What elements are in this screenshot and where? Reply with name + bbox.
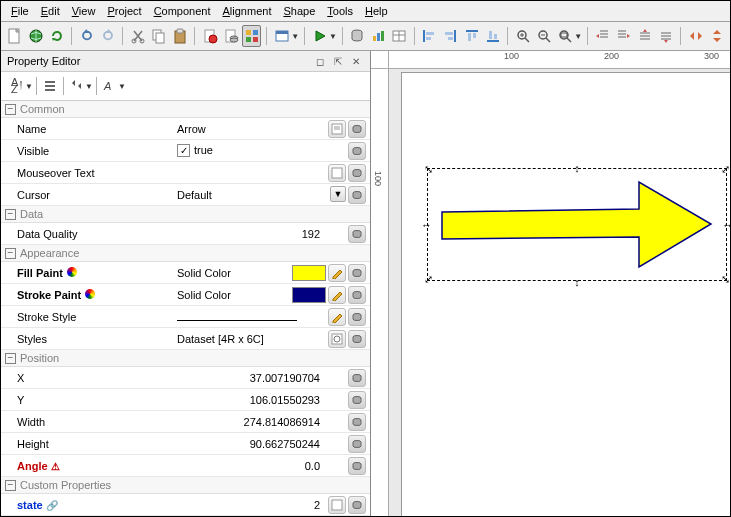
section-data[interactable]: −Data [1, 206, 370, 223]
prop-value[interactable]: 2 [177, 499, 326, 511]
zoom-in-icon[interactable] [513, 25, 532, 47]
prop-value[interactable]: 192 [177, 228, 326, 240]
menu-component[interactable]: Component [148, 3, 217, 19]
prop-value[interactable] [177, 311, 326, 323]
bind-icon[interactable] [348, 142, 366, 160]
prop-value[interactable]: Solid Color [177, 267, 292, 279]
align-left-icon[interactable] [420, 25, 439, 47]
edit-text-icon[interactable] [328, 120, 346, 138]
menu-alignment[interactable]: Alignment [217, 3, 278, 19]
menu-edit[interactable]: Edit [35, 3, 66, 19]
resize-handle-s[interactable]: ↕ [571, 275, 584, 288]
edit-icon[interactable] [328, 308, 346, 326]
prop-value[interactable]: 0.0 [177, 460, 326, 472]
page-db-icon[interactable] [221, 25, 240, 47]
cut-icon[interactable] [128, 25, 147, 47]
bind-icon[interactable] [348, 391, 366, 409]
dropdown-arrow-icon[interactable]: ▼ [329, 32, 337, 41]
sort-alpha-icon[interactable]: AZ [7, 76, 27, 96]
design-paper[interactable]: ⤡ ⤢ ⤢ ⤡ ↕ ↕ ↔ ↔ [401, 72, 730, 516]
components-icon[interactable] [242, 25, 261, 47]
db-icon[interactable] [348, 25, 367, 47]
section-position[interactable]: −Position [1, 350, 370, 367]
bind-icon[interactable] [348, 457, 366, 475]
bind-icon[interactable] [348, 286, 366, 304]
section-appearance[interactable]: −Appearance [1, 245, 370, 262]
font-icon[interactable]: A [100, 76, 120, 96]
section-common[interactable]: −Common [1, 101, 370, 118]
edit-text-icon[interactable] [328, 496, 346, 514]
play-icon[interactable] [310, 25, 329, 47]
color-swatch[interactable] [292, 287, 326, 303]
indent-decrease-icon[interactable] [593, 25, 612, 47]
bind-icon[interactable] [348, 264, 366, 282]
bind-icon[interactable] [348, 186, 366, 204]
dropdown-arrow-icon[interactable]: ▼ [574, 32, 582, 41]
bind-icon[interactable] [348, 308, 366, 326]
bind-icon[interactable] [348, 225, 366, 243]
new-icon[interactable] [5, 25, 24, 47]
bind-icon[interactable] [348, 496, 366, 514]
copy-icon[interactable] [149, 25, 168, 47]
menu-help[interactable]: Help [359, 3, 394, 19]
prop-value[interactable]: Default [177, 189, 326, 201]
chart-icon[interactable] [369, 25, 388, 47]
menu-view[interactable]: View [66, 3, 102, 19]
dropdown-arrow-icon[interactable]: ▼ [330, 186, 346, 202]
indent-increase-icon[interactable] [614, 25, 633, 47]
prop-value[interactable]: 106.01550293 [177, 394, 326, 406]
prop-value[interactable]: 90.662750244 [177, 438, 326, 450]
bind-icon[interactable] [348, 435, 366, 453]
resize-handle-nw[interactable]: ⤡ [422, 163, 435, 176]
bind-icon[interactable] [348, 120, 366, 138]
align-bottom-icon[interactable] [483, 25, 502, 47]
dropdown-arrow-icon[interactable]: ▼ [85, 82, 93, 91]
zoom-out-icon[interactable] [534, 25, 553, 47]
resize-handle-e[interactable]: ↔ [721, 218, 730, 231]
menu-shape[interactable]: Shape [277, 3, 321, 19]
table-icon[interactable] [390, 25, 409, 47]
resize-handle-ne[interactable]: ⤢ [719, 163, 730, 176]
page-stop-icon[interactable] [200, 25, 219, 47]
section-custom[interactable]: −Custom Properties [1, 477, 370, 494]
paste-icon[interactable] [170, 25, 189, 47]
edit-icon[interactable] [328, 286, 346, 304]
bind-icon[interactable] [348, 369, 366, 387]
design-canvas[interactable]: ⤡ ⤢ ⤢ ⤡ ↕ ↕ ↔ ↔ [389, 69, 730, 516]
dropdown-arrow-icon[interactable]: ▼ [291, 32, 299, 41]
resize-handle-n[interactable]: ↕ [571, 161, 584, 174]
menu-file[interactable]: File [5, 3, 35, 19]
checkbox-icon[interactable]: ✓ [177, 144, 190, 157]
align-right-icon[interactable] [441, 25, 460, 47]
move-down-icon[interactable] [656, 25, 675, 47]
bind-icon[interactable] [348, 164, 366, 182]
align-top-icon[interactable] [462, 25, 481, 47]
flip-h-icon[interactable] [686, 25, 705, 47]
color-swatch[interactable] [292, 265, 326, 281]
zoom-fit-icon[interactable] [555, 25, 574, 47]
dropdown-arrow-icon[interactable]: ▼ [118, 82, 126, 91]
globe-icon[interactable] [26, 25, 45, 47]
prop-value[interactable]: Solid Color [177, 289, 292, 301]
edit-text-icon[interactable] [328, 164, 346, 182]
edit-icon[interactable] [328, 264, 346, 282]
prop-value[interactable]: 37.007190704 [177, 372, 326, 384]
menu-project[interactable]: Project [101, 3, 147, 19]
refresh-icon[interactable] [47, 25, 66, 47]
pin-icon[interactable]: ⇱ [330, 54, 346, 68]
prop-value[interactable]: 274.814086914 [177, 416, 326, 428]
flip-v-icon[interactable] [707, 25, 726, 47]
redo-icon[interactable] [98, 25, 117, 47]
undo-icon[interactable] [77, 25, 96, 47]
prop-value[interactable]: ✓true [177, 144, 326, 157]
close-icon[interactable]: ✕ [348, 54, 364, 68]
resize-handle-w[interactable]: ↔ [420, 218, 433, 231]
bind-icon[interactable] [348, 413, 366, 431]
prop-value[interactable]: Arrow [177, 123, 326, 135]
menu-tools[interactable]: Tools [321, 3, 359, 19]
move-up-icon[interactable] [635, 25, 654, 47]
prop-value[interactable]: Dataset [4R x 6C] [177, 333, 326, 345]
window-icon[interactable] [272, 25, 291, 47]
dataset-icon[interactable] [328, 330, 346, 348]
resize-handle-se[interactable]: ⤡ [719, 273, 730, 286]
